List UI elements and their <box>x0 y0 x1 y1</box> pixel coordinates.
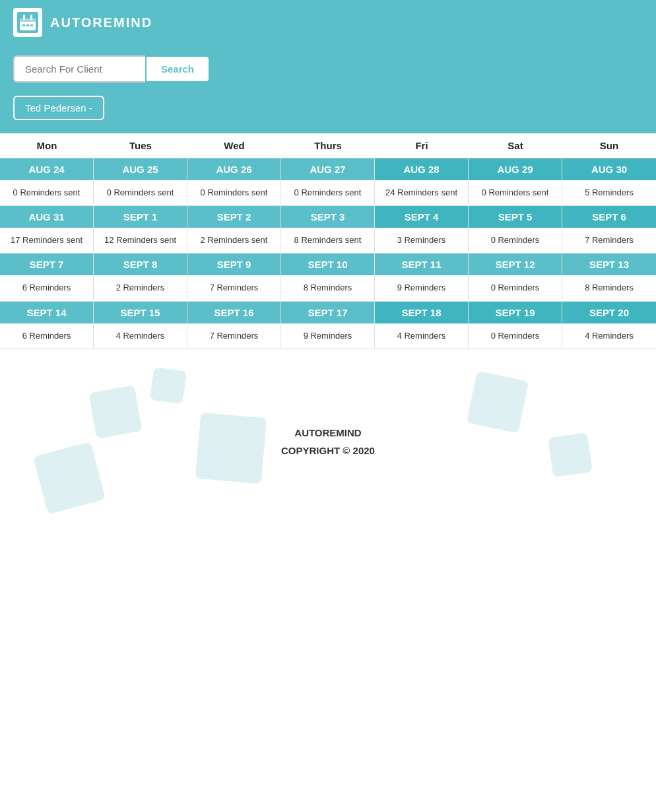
day-cell[interactable]: SEPT 43 Reminders <box>375 206 469 253</box>
day-header-fri: Fri <box>375 133 469 158</box>
reminders-text: 0 Reminders sent <box>198 180 271 205</box>
week-row-1: AUG 3117 Reminders sentSEPT 112 Reminder… <box>0 206 656 254</box>
reminders-text: 17 Reminders sent <box>8 228 85 253</box>
weeks-container: AUG 240 Reminders sentAUG 250 Reminders … <box>0 158 656 349</box>
day-header-mon: Mon <box>0 133 94 158</box>
date-label: SEPT 15 <box>94 302 187 323</box>
day-cell[interactable]: AUG 270 Reminders sent <box>281 158 375 205</box>
day-cell[interactable]: AUG 260 Reminders sent <box>187 158 281 205</box>
deco-square-1 <box>88 385 142 438</box>
day-cell[interactable]: SEPT 167 Reminders <box>187 302 281 349</box>
day-cell[interactable]: SEPT 146 Reminders <box>0 302 94 349</box>
date-label: SEPT 4 <box>375 206 468 228</box>
day-header-sat: Sat <box>469 133 562 158</box>
date-label: SEPT 6 <box>562 206 656 228</box>
app-title: AUTOREMIND <box>50 15 152 30</box>
footer-copyright: COPYRIGHT © 2020 <box>281 442 375 459</box>
day-cell[interactable]: SEPT 22 Reminders sent <box>187 206 281 253</box>
day-cell[interactable]: SEPT 190 Reminders <box>469 302 562 349</box>
deco-square-4 <box>467 370 529 433</box>
reminders-text: 8 Reminders <box>582 275 636 300</box>
day-headers-row: MonTuesWedThursFriSatSun <box>0 133 656 158</box>
reminders-text: 0 Reminders <box>488 275 542 300</box>
reminders-text: 5 Reminders <box>582 180 636 205</box>
reminders-text: 4 Reminders <box>582 323 636 349</box>
date-label: SEPT 12 <box>469 254 562 275</box>
date-label: AUG 31 <box>0 206 93 228</box>
svg-rect-6 <box>26 24 29 26</box>
reminders-text: 9 Reminders <box>301 323 355 349</box>
svg-rect-5 <box>22 24 25 26</box>
reminders-text: 0 Reminders sent <box>479 180 552 205</box>
reminders-text: 0 Reminders sent <box>104 180 177 205</box>
day-cell[interactable]: AUG 2824 Reminders sent <box>375 158 469 205</box>
day-cell[interactable]: SEPT 76 Reminders <box>0 254 94 300</box>
search-input[interactable] <box>13 55 145 83</box>
day-header-thurs: Thurs <box>281 133 375 158</box>
reminders-text: 24 Reminders sent <box>383 180 460 205</box>
deco-square-3 <box>150 367 187 404</box>
day-cell[interactable]: SEPT 38 Reminders sent <box>281 206 375 253</box>
date-label: AUG 30 <box>562 158 656 180</box>
footer-text: AUTOREMIND COPYRIGHT © 2020 <box>281 424 375 459</box>
day-cell[interactable]: SEPT 184 Reminders <box>375 302 469 349</box>
svg-rect-4 <box>30 15 32 20</box>
day-cell[interactable]: SEPT 97 Reminders <box>187 254 281 300</box>
date-label: SEPT 2 <box>187 206 280 228</box>
day-header-wed: Wed <box>187 133 281 158</box>
day-cell[interactable]: SEPT 138 Reminders <box>562 254 656 300</box>
svg-rect-3 <box>23 15 25 20</box>
reminders-text: 7 Reminders <box>582 228 636 253</box>
day-cell[interactable]: SEPT 179 Reminders <box>281 302 375 349</box>
date-label: SEPT 9 <box>187 254 280 275</box>
date-label: SEPT 13 <box>562 254 656 275</box>
date-label: AUG 27 <box>281 158 374 180</box>
logo-icon <box>13 8 42 37</box>
date-label: SEPT 16 <box>187 302 280 323</box>
week-row-0: AUG 240 Reminders sentAUG 250 Reminders … <box>0 158 656 206</box>
reminders-text: 3 Reminders <box>395 228 449 253</box>
day-cell[interactable]: SEPT 108 Reminders <box>281 254 375 300</box>
reminders-text: 4 Reminders <box>114 323 168 349</box>
svg-rect-7 <box>30 24 33 26</box>
reminders-text: 0 Reminders sent <box>292 180 364 205</box>
day-cell[interactable]: AUG 305 Reminders <box>562 158 656 205</box>
reminders-text: 0 Reminders sent <box>11 180 83 205</box>
date-label: SEPT 8 <box>94 254 187 275</box>
date-label: AUG 28 <box>375 158 468 180</box>
reminders-text: 6 Reminders <box>20 275 74 300</box>
date-label: SEPT 10 <box>281 254 374 275</box>
week-row-3: SEPT 146 RemindersSEPT 154 RemindersSEPT… <box>0 302 656 349</box>
reminders-text: 4 Reminders <box>395 323 449 349</box>
reminders-text: 2 Reminders <box>114 275 168 300</box>
client-tag[interactable]: Ted Pedersen - <box>13 96 104 120</box>
date-label: SEPT 7 <box>0 254 93 275</box>
svg-rect-2 <box>20 18 36 22</box>
client-area: Ted Pedersen - <box>0 96 656 133</box>
day-cell[interactable]: SEPT 50 Reminders <box>469 206 562 253</box>
search-button[interactable]: Search <box>145 55 210 83</box>
day-cell[interactable]: AUG 290 Reminders sent <box>469 158 562 205</box>
day-cell[interactable]: SEPT 112 Reminders sent <box>94 206 187 253</box>
day-cell[interactable]: AUG 250 Reminders sent <box>94 158 187 205</box>
day-cell[interactable]: SEPT 154 Reminders <box>94 302 187 349</box>
footer-area: AUTOREMIND COPYRIGHT © 2020 <box>0 349 656 534</box>
date-label: SEPT 14 <box>0 302 93 323</box>
deco-square-2 <box>33 442 106 514</box>
calendar: MonTuesWedThursFriSatSun AUG 240 Reminde… <box>0 133 656 349</box>
day-cell[interactable]: AUG 3117 Reminders sent <box>0 206 94 253</box>
reminders-text: 6 Reminders <box>20 323 74 349</box>
footer-company: AUTOREMIND <box>281 424 375 442</box>
day-cell[interactable]: SEPT 67 Reminders <box>562 206 656 253</box>
header: AUTOREMIND <box>0 0 656 45</box>
day-cell[interactable]: SEPT 82 Reminders <box>94 254 187 300</box>
search-area: Search <box>0 45 656 96</box>
day-cell[interactable]: SEPT 119 Reminders <box>375 254 469 300</box>
date-label: SEPT 17 <box>281 302 374 323</box>
day-cell[interactable]: AUG 240 Reminders sent <box>0 158 94 205</box>
day-cell[interactable]: SEPT 120 Reminders <box>469 254 562 300</box>
week-row-2: SEPT 76 RemindersSEPT 82 RemindersSEPT 9… <box>0 254 656 301</box>
day-cell[interactable]: SEPT 204 Reminders <box>562 302 656 349</box>
day-header-tues: Tues <box>94 133 187 158</box>
reminders-text: 7 Reminders <box>207 323 261 349</box>
